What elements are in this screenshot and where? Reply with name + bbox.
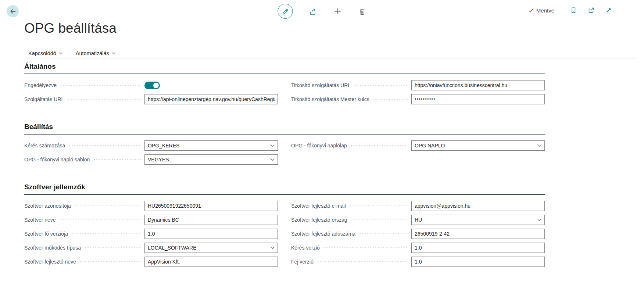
enabled-toggle[interactable] bbox=[144, 82, 160, 89]
dotted-leader bbox=[93, 159, 141, 160]
field-row-request-version: Kérés verzió bbox=[291, 243, 545, 253]
software-operation-type-combo[interactable] bbox=[144, 243, 278, 253]
field-row-software-operation-type: Szoftver működés típusa bbox=[24, 243, 278, 253]
field-row-request-numbering: Kérés számozása bbox=[24, 140, 278, 151]
share-button[interactable] bbox=[309, 7, 317, 15]
dotted-leader bbox=[323, 247, 408, 248]
page-title: OPG beállítása bbox=[24, 21, 117, 36]
enabled-label: Engedélyezve bbox=[24, 82, 57, 88]
dotted-leader bbox=[354, 85, 408, 86]
request-version-label: Kérés verzió bbox=[291, 245, 320, 251]
delete-button[interactable] bbox=[358, 7, 366, 15]
field-row-software-dev-tax-number: Szoftver fejlesztő adószáma bbox=[291, 229, 545, 239]
dotted-leader bbox=[373, 99, 408, 100]
dotted-leader bbox=[349, 205, 408, 206]
save-status: Mentve bbox=[528, 7, 554, 14]
section-title-setup: Beállítás bbox=[24, 123, 545, 135]
menu-item-automatizalas[interactable]: Automatizálás bbox=[76, 50, 115, 56]
dotted-leader bbox=[359, 233, 408, 234]
request-version-input[interactable] bbox=[411, 243, 545, 253]
section-general: Általános Engedélyezve Szolgáltatás URL bbox=[24, 62, 545, 108]
encrypt-service-url-label: Titkosító szolgáltatás URL bbox=[291, 82, 351, 88]
software-dev-tax-number-input[interactable] bbox=[411, 229, 545, 239]
chevron-down-icon bbox=[112, 52, 115, 54]
gl-journal-template-combo[interactable] bbox=[144, 154, 278, 165]
encrypt-service-url-input[interactable] bbox=[411, 80, 545, 90]
expand-diagonal-icon bbox=[605, 7, 612, 14]
field-row-service-url: Szolgáltatás URL bbox=[24, 94, 278, 104]
action-menubar: Kapcsolódó Automatizálás bbox=[24, 48, 637, 58]
section-title-general: Általános bbox=[24, 62, 545, 74]
field-row-gl-journal-template: OPG - főkönyvi napló sablon bbox=[24, 154, 278, 165]
software-id-label: Szoftver azonosítója bbox=[24, 203, 71, 209]
dotted-leader bbox=[351, 219, 408, 220]
dotted-leader bbox=[317, 261, 408, 262]
dotted-leader bbox=[84, 247, 141, 248]
software-dev-name-label: Szoftver fejlesztő neve bbox=[24, 259, 76, 265]
menu-item-kapcsolodo[interactable]: Kapcsolódó bbox=[28, 50, 62, 56]
software-name-input[interactable] bbox=[144, 215, 278, 225]
field-row-encrypt-service-url: Titkosító szolgáltatás URL bbox=[291, 80, 545, 90]
field-row-software-id: Szoftver azonosítója bbox=[24, 201, 278, 211]
back-button[interactable] bbox=[7, 5, 19, 17]
service-url-input[interactable] bbox=[144, 94, 278, 104]
software-id-input[interactable] bbox=[144, 201, 278, 211]
master-key-input[interactable] bbox=[411, 94, 545, 104]
arrow-left-icon bbox=[9, 8, 17, 15]
open-in-new-window-icon bbox=[587, 7, 595, 14]
dotted-leader bbox=[68, 145, 141, 146]
field-row-software-dev-country: Szoftver fejlesztő ország bbox=[291, 215, 545, 225]
chevron-down-icon[interactable] bbox=[270, 158, 275, 161]
software-main-version-label: Szoftver fő verziója bbox=[24, 231, 68, 237]
plus-icon bbox=[333, 7, 342, 16]
window-toolbar: Mentve bbox=[528, 7, 612, 14]
add-button[interactable] bbox=[333, 7, 342, 16]
dotted-leader bbox=[60, 85, 141, 86]
software-dev-name-input[interactable] bbox=[144, 257, 278, 267]
software-dev-email-label: Szoftver fejlesztő e-mail bbox=[291, 203, 346, 209]
save-status-label: Mentve bbox=[536, 7, 554, 14]
edit-button[interactable] bbox=[278, 4, 293, 19]
request-numbering-label: Kérés számozása bbox=[24, 143, 65, 148]
field-row-enabled: Engedélyezve bbox=[24, 80, 278, 90]
opg-setup-page: Mentve bbox=[0, 0, 644, 297]
checkmark-icon bbox=[528, 7, 534, 13]
chevron-down-icon[interactable] bbox=[270, 247, 275, 249]
service-url-label: Szolgáltatás URL bbox=[24, 96, 64, 102]
section-software: Szoftver jellemzők Szoftver azonosítója … bbox=[24, 183, 545, 271]
pencil-icon bbox=[281, 7, 289, 15]
software-dev-tax-number-label: Szoftver fejlesztő adószáma bbox=[291, 231, 355, 237]
expand-button[interactable] bbox=[605, 7, 612, 14]
dotted-leader bbox=[71, 233, 141, 234]
field-row-gl-journal-batch: OPG - főkönyvi naplólap bbox=[291, 140, 545, 151]
field-row-software-main-version: Szoftver fő verziója bbox=[24, 229, 278, 239]
bookmark-icon bbox=[570, 7, 577, 14]
chevron-down-icon[interactable] bbox=[537, 219, 541, 221]
master-key-label: Titkosító szolgáltatás Mester kulcs bbox=[291, 96, 369, 102]
dotted-leader bbox=[67, 99, 141, 100]
chevron-down-icon[interactable] bbox=[270, 144, 275, 147]
dotted-leader bbox=[79, 261, 141, 262]
open-in-new-window-button[interactable] bbox=[587, 7, 595, 14]
share-icon bbox=[309, 7, 317, 15]
field-row-header-version: Fej verzió bbox=[291, 257, 545, 267]
dotted-leader bbox=[59, 219, 141, 220]
toggle-knob bbox=[153, 83, 159, 88]
bookmark-button[interactable] bbox=[570, 7, 577, 14]
gl-journal-batch-combo[interactable] bbox=[411, 140, 545, 151]
section-title-software: Szoftver jellemzők bbox=[24, 183, 545, 195]
chevron-down-icon[interactable] bbox=[537, 144, 541, 147]
field-row-software-dev-email: Szoftver fejlesztő e-mail bbox=[291, 201, 545, 211]
software-dev-country-combo[interactable] bbox=[411, 215, 545, 225]
section-setup: Beállítás Kérés számozása bbox=[24, 123, 545, 168]
field-row-software-name: Szoftver neve bbox=[24, 215, 278, 225]
software-main-version-input[interactable] bbox=[144, 229, 278, 239]
software-dev-email-input[interactable] bbox=[411, 201, 545, 211]
chevron-down-icon bbox=[59, 52, 62, 54]
request-numbering-combo[interactable] bbox=[144, 140, 278, 151]
header-version-label: Fej verzió bbox=[291, 259, 314, 265]
software-dev-country-label: Szoftver fejlesztő ország bbox=[291, 217, 347, 223]
header-version-input[interactable] bbox=[411, 257, 545, 267]
gl-journal-template-label: OPG - főkönyvi napló sablon bbox=[24, 157, 90, 162]
software-name-label: Szoftver neve bbox=[24, 217, 56, 223]
